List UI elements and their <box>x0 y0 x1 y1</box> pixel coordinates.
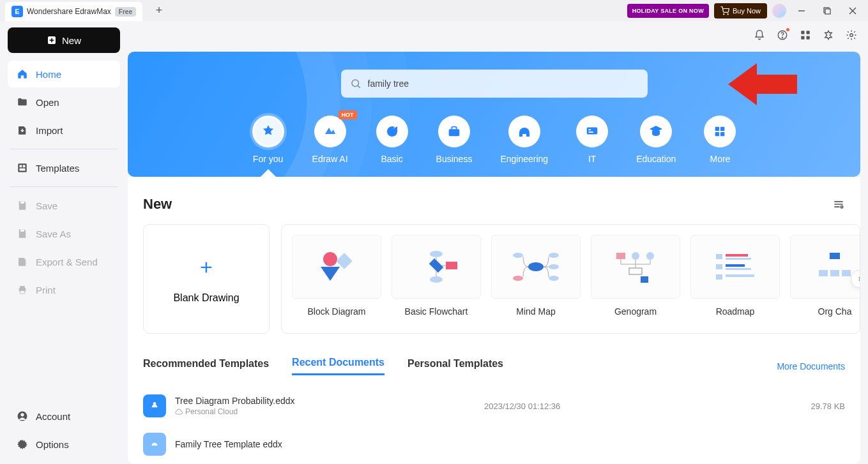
tab-recommended[interactable]: Recommended Templates <box>143 358 269 375</box>
more-documents-link[interactable]: More Documents <box>777 361 845 371</box>
template-mind-map[interactable]: Mind Map <box>491 235 581 323</box>
svg-point-60 <box>549 276 559 281</box>
new-tab-button[interactable]: + <box>150 2 168 20</box>
category-label: Engineering <box>500 154 548 164</box>
svg-point-64 <box>646 252 654 260</box>
template-org-chart[interactable]: Org Cha <box>790 235 860 323</box>
app-tab[interactable]: E Wondershare EdrawMax Free <box>5 2 142 21</box>
account-icon <box>17 410 28 422</box>
list-view-icon[interactable] <box>832 198 845 211</box>
maximize-button[interactable] <box>817 1 837 21</box>
folder-icon <box>17 96 28 108</box>
nav-label: Save <box>36 200 57 211</box>
appearance-icon[interactable] <box>822 29 835 41</box>
svg-point-84 <box>153 402 156 405</box>
template-carousel: Block Diagram Basic Flowchart Mind Map G… <box>281 224 860 334</box>
nav-label: Print <box>36 285 56 296</box>
import-icon <box>17 124 28 136</box>
template-block-diagram[interactable]: Block Diagram <box>292 235 381 323</box>
holiday-sale-button[interactable]: HOLIDAY SALE ON NOW <box>627 4 709 18</box>
svg-rect-10 <box>18 163 27 172</box>
search-input[interactable] <box>368 79 639 89</box>
svg-line-30 <box>358 86 360 87</box>
document-row[interactable]: Tree Diagram Probability.eddx Personal C… <box>143 387 860 425</box>
svg-rect-83 <box>842 270 851 276</box>
svg-rect-77 <box>726 268 751 270</box>
user-avatar[interactable] <box>772 4 786 18</box>
blank-label: Blank Drawing <box>173 292 239 304</box>
svg-rect-39 <box>715 132 719 136</box>
nav-label: Home <box>36 69 61 80</box>
svg-point-55 <box>528 262 544 271</box>
category-label: Education <box>636 154 676 164</box>
document-name: Tree Diagram Probability.eddx <box>175 396 475 406</box>
svg-rect-50 <box>446 262 457 269</box>
notifications-icon[interactable] <box>753 29 766 41</box>
plus-icon: + <box>200 255 213 280</box>
svg-point-51 <box>430 276 443 283</box>
sidebar-item-options[interactable]: Options <box>8 431 120 458</box>
category-for-you[interactable]: For you <box>252 116 284 164</box>
svg-rect-26 <box>801 36 804 40</box>
category-engineering[interactable]: Engineering <box>500 116 548 164</box>
nav-label: Templates <box>36 163 79 174</box>
sidebar-item-import[interactable]: Import <box>8 117 120 144</box>
svg-rect-27 <box>807 36 810 40</box>
svg-point-1 <box>727 13 728 14</box>
svg-point-23 <box>782 37 782 38</box>
close-button[interactable] <box>842 1 863 21</box>
svg-rect-13 <box>20 168 26 171</box>
app-title: Wondershare EdrawMax <box>27 7 111 16</box>
category-education[interactable]: Education <box>636 116 676 164</box>
svg-rect-46 <box>336 253 352 269</box>
export-icon <box>17 256 28 267</box>
svg-point-59 <box>549 264 559 269</box>
tab-personal-templates[interactable]: Personal Templates <box>407 358 503 375</box>
svg-rect-65 <box>629 268 642 274</box>
new-button[interactable]: New <box>8 27 120 53</box>
document-date: 2023/12/30 01:12:36 <box>484 401 637 411</box>
blank-drawing-card[interactable]: + Blank Drawing <box>143 224 270 334</box>
app-logo-icon: E <box>11 6 23 17</box>
sidebar-item-save: Save <box>8 192 120 219</box>
help-icon[interactable] <box>776 29 789 41</box>
svg-point-44 <box>841 206 842 208</box>
templates-icon <box>17 162 28 174</box>
nav-label: Open <box>36 97 59 108</box>
new-button-label: New <box>62 35 81 46</box>
svg-rect-73 <box>726 254 748 257</box>
template-genogram[interactable]: Genogram <box>591 235 680 323</box>
sidebar-item-home[interactable]: Home <box>8 61 120 87</box>
sidebar-item-templates[interactable]: Templates <box>8 154 120 181</box>
category-label: Business <box>436 154 473 164</box>
category-basic[interactable]: Basic <box>376 116 408 164</box>
svg-point-58 <box>549 253 559 258</box>
category-business[interactable]: Business <box>436 116 473 164</box>
template-roadmap[interactable]: Roadmap <box>690 235 780 323</box>
svg-rect-18 <box>20 291 25 294</box>
svg-rect-35 <box>589 129 591 130</box>
settings-icon[interactable] <box>845 29 858 41</box>
category-label: IT <box>588 154 596 164</box>
svg-point-29 <box>352 80 359 87</box>
sidebar-item-account[interactable]: Account <box>8 403 120 430</box>
category-it[interactable]: IT <box>576 116 608 164</box>
svg-point-20 <box>20 413 24 416</box>
nav-label: Import <box>36 125 63 136</box>
svg-rect-37 <box>715 127 719 131</box>
template-basic-flowchart[interactable]: Basic Flowchart <box>392 235 481 323</box>
buy-now-button[interactable]: Buy Now <box>714 3 767 19</box>
sidebar-item-open[interactable]: Open <box>8 89 120 116</box>
category-more[interactable]: More <box>704 116 736 164</box>
search-box[interactable] <box>341 70 648 98</box>
svg-marker-31 <box>728 63 797 105</box>
apps-icon[interactable] <box>799 29 812 41</box>
svg-rect-33 <box>522 134 526 137</box>
minimize-button[interactable] <box>791 1 812 21</box>
svg-point-0 <box>724 13 724 14</box>
document-row[interactable]: Family Tree Template eddx <box>143 425 860 463</box>
tab-recent-documents[interactable]: Recent Documents <box>292 357 385 375</box>
svg-rect-24 <box>801 31 804 34</box>
svg-rect-25 <box>807 31 810 34</box>
category-edraw-ai[interactable]: HOT Edraw AI <box>312 116 348 164</box>
